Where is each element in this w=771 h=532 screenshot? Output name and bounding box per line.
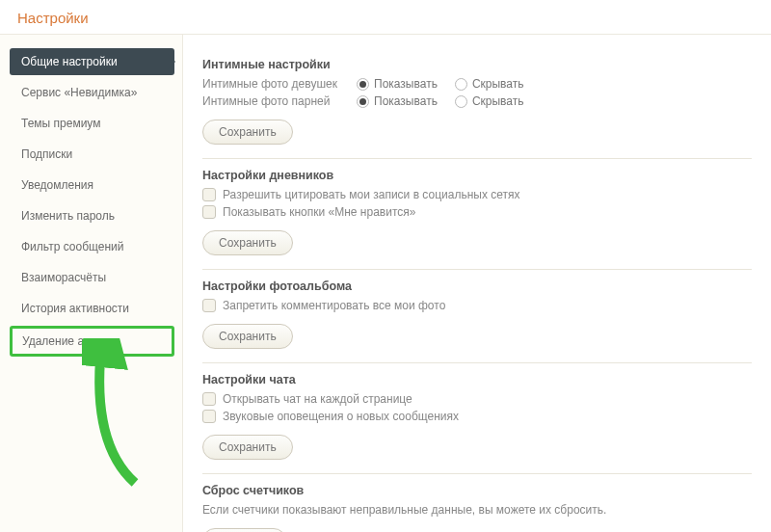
intimate-guys-row: Интимные фото парней Показывать Скрывать (202, 94, 752, 108)
checkbox[interactable] (202, 205, 216, 219)
sidebar-item-label: Общие настройки (21, 55, 118, 68)
sidebar-item-label: Изменить пароль (21, 209, 115, 223)
checkbox[interactable] (202, 392, 216, 406)
sidebar-item-message-filter[interactable]: Фильтр сообщений (10, 233, 174, 260)
reset-description: Если счетчики показывают неправильные да… (202, 503, 752, 517)
arrow-annotation-icon (82, 338, 169, 492)
main-panel: Интимные настройки Интимные фото девушек… (183, 35, 771, 532)
chat-sound-row: Звуковые оповещения о новых сообщениях (202, 410, 752, 423)
page-title: Настройки (17, 10, 89, 26)
page-title-bar: Настройки (0, 0, 771, 35)
radio-show-girls[interactable]: Показывать (357, 77, 438, 91)
radio-text: Показывать (374, 94, 438, 108)
section-title: Настройки чата (202, 373, 752, 386)
save-button[interactable]: Сохранить (202, 120, 293, 145)
sidebar-item-label: Уведомления (21, 178, 93, 192)
checkbox-label: Разрешить цитировать мои записи в социал… (223, 188, 520, 201)
sidebar-item-settlements[interactable]: Взаиморасчёты (10, 264, 174, 291)
radio-text: Скрывать (472, 94, 524, 108)
save-button[interactable]: Сохранить (202, 230, 293, 255)
save-button[interactable]: Сохранить (202, 435, 293, 460)
sidebar-item-label: Сервис «Невидимка» (21, 86, 137, 99)
sidebar-item-label: Фильтр сообщений (21, 240, 123, 253)
sidebar-item-label: Подписки (21, 147, 72, 161)
radio-icon (455, 78, 467, 91)
sidebar-item-notifications[interactable]: Уведомления (10, 172, 174, 199)
row-label: Интимные фото девушек (202, 77, 357, 91)
diary-like-row: Показывать кнопки «Мне нравится» (202, 205, 752, 219)
sidebar-item-general[interactable]: Общие настройки (10, 48, 174, 75)
sidebar-item-label: Темы премиум (21, 117, 100, 130)
section-title: Настройки фотоальбома (202, 279, 752, 293)
checkbox[interactable] (202, 410, 216, 423)
checkbox-label: Звуковые оповещения о новых сообщениях (223, 410, 459, 423)
diary-quote-row: Разрешить цитировать мои записи в социал… (202, 188, 752, 201)
checkbox-label: Открывать чат на каждой странице (223, 392, 412, 406)
section-title: Интимные настройки (202, 58, 752, 71)
checkbox-label: Показывать кнопки «Мне нравится» (223, 205, 415, 219)
album-forbid-row: Запретить комментировать все мои фото (202, 299, 752, 312)
sidebar-item-themes[interactable]: Темы премиум (10, 110, 174, 137)
section-title: Настройки дневников (202, 169, 752, 182)
section-intimate: Интимные настройки Интимные фото девушек… (202, 48, 752, 159)
chat-open-row: Открывать чат на каждой странице (202, 392, 752, 406)
radio-icon (455, 95, 467, 108)
section-title: Сброс счетчиков (202, 484, 752, 497)
section-album: Настройки фотоальбома Запретить комменти… (202, 270, 752, 363)
sidebar-item-activity-history[interactable]: История активности (10, 295, 174, 322)
radio-show-guys[interactable]: Показывать (357, 94, 438, 108)
radio-icon (357, 95, 369, 108)
reset-button[interactable]: Сбросить (202, 528, 286, 532)
checkbox[interactable] (202, 299, 216, 312)
radio-icon (357, 78, 369, 91)
radio-text: Показывать (374, 77, 438, 91)
radio-hide-girls[interactable]: Скрывать (455, 77, 524, 91)
save-button[interactable]: Сохранить (202, 324, 293, 349)
radio-text: Скрывать (472, 77, 524, 91)
sidebar: Общие настройки Сервис «Невидимка» Темы … (0, 35, 183, 532)
sidebar-item-change-password[interactable]: Изменить пароль (10, 202, 174, 229)
intimate-girls-row: Интимные фото девушек Показывать Скрыват… (202, 77, 752, 91)
radio-hide-guys[interactable]: Скрывать (455, 94, 524, 108)
section-diary: Настройки дневников Разрешить цитировать… (202, 159, 752, 270)
sidebar-item-subscriptions[interactable]: Подписки (10, 141, 174, 168)
sidebar-item-label: Удаление анкеты (22, 334, 115, 348)
section-chat: Настройки чата Открывать чат на каждой с… (202, 363, 752, 474)
sidebar-item-invisible[interactable]: Сервис «Невидимка» (10, 79, 174, 106)
checkbox[interactable] (202, 188, 216, 201)
sidebar-item-delete-profile[interactable]: Удаление анкеты (10, 326, 174, 357)
app-shell: Настройки Общие настройки Сервис «Невиди… (0, 0, 771, 532)
section-reset: Сброс счетчиков Если счетчики показывают… (202, 474, 752, 532)
sidebar-item-label: Взаиморасчёты (21, 271, 106, 284)
row-label: Интимные фото парней (202, 94, 357, 108)
checkbox-label: Запретить комментировать все мои фото (223, 299, 445, 312)
content-body: Общие настройки Сервис «Невидимка» Темы … (0, 35, 771, 532)
sidebar-item-label: История активности (21, 302, 129, 315)
